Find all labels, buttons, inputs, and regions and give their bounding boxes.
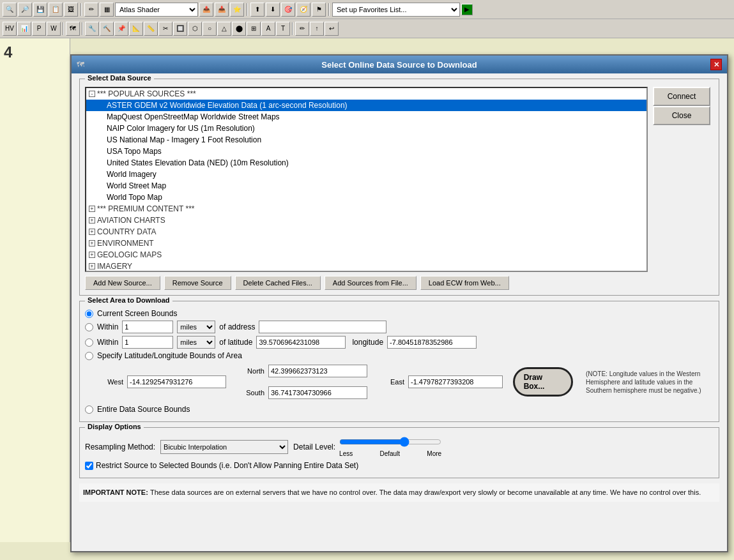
within2-miles-select[interactable]: miles (177, 336, 215, 349)
within2-input[interactable] (122, 336, 173, 349)
address-input[interactable] (259, 321, 386, 333)
tb2-btn17[interactable]: ⊞ (247, 22, 261, 36)
dialog-close-button[interactable]: ✕ (710, 59, 722, 70)
source-section-inner: -*** POPULAR SOURCES ***ASTER GDEM v2 Wo… (85, 84, 714, 290)
tb2-btn4[interactable]: W (47, 22, 61, 36)
tb-btn-export[interactable]: 📤 (199, 3, 213, 17)
tb2-btn1[interactable]: HV (3, 22, 17, 36)
resampling-select[interactable]: Bicubic Interpolation (160, 440, 288, 454)
play-btn[interactable]: ▶ (461, 4, 473, 15)
tb-btn-up[interactable]: ⬆ (250, 3, 264, 17)
tb2-btn12[interactable]: 🔲 (173, 22, 187, 36)
tb2-btn11[interactable]: ✂ (158, 22, 172, 36)
tb2-btn18[interactable]: A (261, 22, 275, 36)
tree-item[interactable]: +COUNTRY DATA (86, 226, 646, 238)
remove-source-button[interactable]: Remove Source (164, 276, 231, 290)
tb-btn-down[interactable]: ⬇ (266, 3, 280, 17)
tb2-btn8[interactable]: 📌 (114, 22, 128, 36)
tb-btn-search[interactable]: 🔍 (3, 3, 17, 17)
tb2-btn5[interactable]: 🗺 (66, 22, 80, 36)
tb-btn-img[interactable]: 🖼 (64, 3, 78, 17)
west-input[interactable] (127, 375, 226, 388)
dialog-window: 🗺 Select Online Data Source to Download … (70, 54, 728, 552)
default-label: Default (379, 450, 400, 457)
atlas-shader-select[interactable]: Atlas Shader (115, 3, 198, 17)
tree-item[interactable]: US National Map - Imagery 1 Foot Resolut… (86, 134, 646, 146)
west-label: West (98, 378, 123, 386)
entire-bounds-label: Entire Data Source Bounds (97, 405, 190, 414)
select-data-source-label: Select Data Source (85, 74, 154, 82)
data-source-tree[interactable]: -*** POPULAR SOURCES ***ASTER GDEM v2 Wo… (85, 87, 648, 272)
tb2-btn19[interactable]: T (276, 22, 290, 36)
add-sources-from-file-button[interactable]: Add Sources from File... (325, 276, 417, 290)
tree-item[interactable]: USA Topo Maps (86, 146, 646, 157)
tb-btn-compass[interactable]: 🧭 (296, 3, 310, 17)
tree-item[interactable]: +*** PREMIUM CONTENT *** (86, 203, 646, 215)
tb-btn-layers[interactable]: 📋 (49, 3, 63, 17)
tree-item[interactable]: MapQuest OpenStreetMap Worldwide Street … (86, 111, 646, 123)
tb2-btn9[interactable]: 📐 (129, 22, 143, 36)
draw-box-button[interactable]: Draw Box... (513, 367, 573, 397)
tb-btn-select2[interactable]: ▦ (100, 3, 114, 17)
tb-btn-zoom[interactable]: 🔎 (18, 3, 32, 17)
dialog-title: Select Online Data Source to Download (321, 60, 477, 70)
source-left: -*** POPULAR SOURCES ***ASTER GDEM v2 Wo… (85, 84, 648, 290)
tree-item[interactable]: -*** POPULAR SOURCES *** (86, 88, 646, 100)
north-input[interactable] (268, 365, 367, 377)
separator3 (328, 3, 330, 16)
tb-btn-save[interactable]: 💾 (33, 3, 47, 17)
close-button[interactable]: Close (653, 106, 710, 125)
tb-btn-import[interactable]: 📥 (215, 3, 229, 17)
tb2-btn20[interactable]: ✏ (295, 22, 309, 36)
source-buttons-row: Add New Source... Remove Source Delete C… (85, 276, 648, 290)
within1-miles-select[interactable]: miles (177, 321, 215, 333)
within1-radio[interactable] (85, 323, 93, 331)
tree-item[interactable]: +ENVIRONMENT (86, 238, 646, 249)
tb-btn-target[interactable]: 🎯 (281, 3, 295, 17)
tb-btn-flag[interactable]: ⚑ (312, 3, 326, 17)
tree-item[interactable]: World Imagery (86, 169, 646, 180)
detail-level-slider[interactable] (339, 437, 441, 447)
tree-item[interactable]: +IMAGERY (86, 261, 646, 272)
page-number: 4 (1, 41, 68, 64)
within1-input[interactable] (122, 321, 173, 333)
add-new-source-button[interactable]: Add New Source... (85, 276, 160, 290)
tb2-btn10[interactable]: 📏 (144, 22, 158, 36)
entire-bounds-radio[interactable] (85, 405, 93, 414)
tb-btn-star[interactable]: ⭐ (230, 3, 244, 17)
tb2-btn22[interactable]: ↩ (325, 22, 339, 36)
tb2-btn7[interactable]: 🔨 (100, 22, 114, 36)
tree-item[interactable]: United States Elevation Data (NED) (10m … (86, 157, 646, 169)
sep4 (63, 22, 64, 35)
load-ecw-from-web-button[interactable]: Load ECW from Web... (420, 276, 509, 290)
latitude-input[interactable] (256, 336, 346, 349)
connect-button[interactable]: Connect (653, 87, 710, 106)
tree-item[interactable]: NAIP Color Imagery for US (1m Resolution… (86, 123, 646, 134)
tree-item[interactable]: World Street Map (86, 180, 646, 192)
tree-item[interactable]: ASTER GDEM v2 Worldwide Elevation Data (… (86, 100, 646, 111)
tree-item[interactable]: World Topo Map (86, 192, 646, 203)
tb2-btn3[interactable]: P (32, 22, 46, 36)
favorites-select[interactable]: Set up Favorites List... (332, 3, 460, 17)
tb-btn-pencil[interactable]: ✏ (84, 3, 98, 17)
south-input[interactable] (268, 386, 367, 399)
tb2-btn13[interactable]: ⬡ (188, 22, 202, 36)
important-note-text: These data sources are on external serve… (150, 488, 701, 496)
tb2-btn6[interactable]: 🔧 (85, 22, 99, 36)
specify-bounds-radio[interactable] (85, 352, 93, 360)
east-input[interactable] (408, 375, 503, 388)
tb2-btn21[interactable]: ↑ (310, 22, 324, 36)
tb2-btn2[interactable]: 📊 (17, 22, 31, 36)
longitude-input[interactable] (387, 336, 477, 349)
current-screen-radio[interactable] (85, 310, 93, 318)
within2-radio[interactable] (85, 338, 93, 347)
specify-bounds-label: Specify Latitude/Longitude Bounds of Are… (97, 351, 242, 360)
tb2-btn14[interactable]: ○ (203, 22, 217, 36)
delete-cached-files-button[interactable]: Delete Cached Files... (235, 276, 321, 290)
restrict-checkbox[interactable] (85, 462, 93, 470)
tb2-btn16[interactable]: ⬤ (232, 22, 246, 36)
tree-item[interactable]: +GEOLOGIC MAPS (86, 249, 646, 261)
tree-item[interactable]: +AVIATION CHARTS (86, 215, 646, 226)
tb2-btn15[interactable]: △ (217, 22, 231, 36)
note-text: (NOTE: Longitude values in the Western H… (586, 370, 714, 395)
